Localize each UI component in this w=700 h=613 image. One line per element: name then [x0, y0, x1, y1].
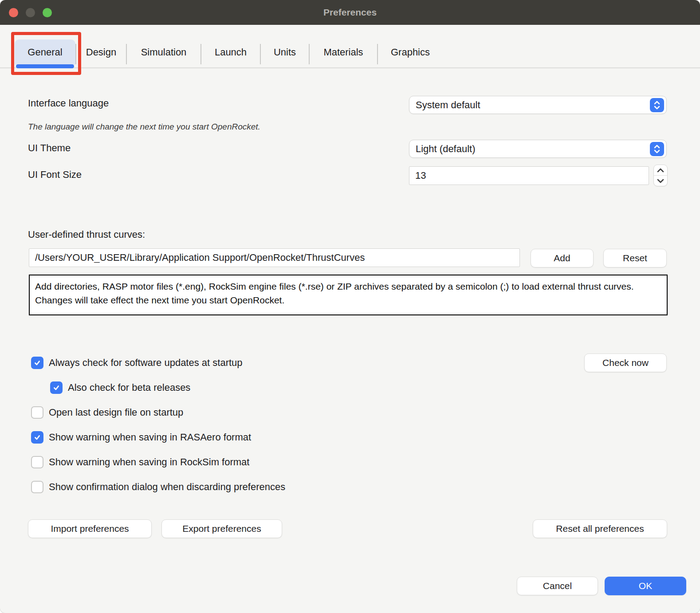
- open-last-design-checkbox[interactable]: [31, 406, 43, 419]
- ui-font-size-input[interactable]: [409, 166, 649, 185]
- reset-all-preferences-button[interactable]: Reset all preferences: [533, 519, 667, 538]
- ui-theme-label: UI Theme: [28, 142, 71, 154]
- discard-confirmation-checkbox[interactable]: [31, 481, 43, 493]
- ok-button[interactable]: OK: [605, 577, 686, 595]
- ui-font-size-label: UI Font Size: [28, 169, 82, 181]
- tab-graphics-label: Graphics: [391, 47, 430, 58]
- export-preferences-button[interactable]: Export preferences: [161, 519, 282, 538]
- tab-materials-label: Materials: [323, 47, 363, 58]
- ui-font-size-stepper[interactable]: [653, 165, 668, 186]
- thrust-curves-label: User-defined thrust curves:: [28, 229, 145, 240]
- stepper-down-icon[interactable]: [654, 176, 667, 186]
- beta-releases-checkbox[interactable]: [50, 381, 63, 394]
- tab-general[interactable]: General: [15, 39, 75, 65]
- rocksim-warning-checkbox[interactable]: [31, 456, 43, 468]
- discard-confirmation-label: Show confirmation dialog when discarding…: [49, 481, 285, 493]
- titlebar: Preferences: [0, 0, 700, 25]
- add-thrust-curve-button[interactable]: Add: [531, 249, 594, 267]
- rasaero-warning-checkbox[interactable]: [31, 431, 43, 444]
- window-title: Preferences: [0, 0, 700, 25]
- tab-simulation[interactable]: Simulation: [127, 39, 201, 65]
- dropdown-chevrons-icon: [650, 98, 664, 112]
- thrust-curves-path-input[interactable]: [29, 248, 520, 267]
- tab-units[interactable]: Units: [261, 39, 309, 65]
- discard-confirmation-row[interactable]: Show confirmation dialog when discarding…: [31, 481, 285, 493]
- cancel-button[interactable]: Cancel: [517, 577, 598, 595]
- beta-releases-row[interactable]: Also check for beta releases: [50, 381, 190, 394]
- ui-theme-select[interactable]: Light (default): [409, 140, 667, 158]
- language-change-note: The language will change the next time y…: [28, 122, 260, 132]
- dropdown-chevrons-icon: [650, 142, 664, 156]
- tab-graphics[interactable]: Graphics: [378, 39, 443, 65]
- tab-materials[interactable]: Materials: [310, 39, 377, 65]
- interface-language-value: System default: [416, 99, 480, 111]
- interface-language-label: Interface language: [28, 98, 109, 109]
- tab-simulation-label: Simulation: [141, 47, 187, 58]
- rasaero-warning-row[interactable]: Show warning when saving in RASAero form…: [31, 431, 251, 444]
- rasaero-warning-label: Show warning when saving in RASAero form…: [49, 432, 251, 443]
- tab-bar: General Design Simulation Launch Units M…: [15, 39, 443, 69]
- check-updates-checkbox[interactable]: [31, 357, 43, 369]
- tab-design-label: Design: [86, 47, 116, 58]
- check-now-button[interactable]: Check now: [584, 354, 667, 372]
- preferences-window: Preferences General Design Simulation La…: [0, 0, 700, 613]
- reset-thrust-curve-button[interactable]: Reset: [603, 249, 667, 267]
- ui-theme-value: Light (default): [416, 143, 476, 155]
- tab-general-label: General: [28, 47, 62, 58]
- rocksim-warning-label: Show warning when saving in RockSim form…: [49, 456, 249, 468]
- check-updates-row[interactable]: Always check for software updates at sta…: [31, 357, 243, 369]
- open-last-design-label: Open last design file on startup: [49, 407, 183, 418]
- tab-units-label: Units: [274, 47, 296, 58]
- thrust-curves-info-box: Add directories, RASP motor files (*.eng…: [29, 275, 668, 315]
- tab-launch[interactable]: Launch: [201, 39, 260, 65]
- rocksim-warning-row[interactable]: Show warning when saving in RockSim form…: [31, 456, 249, 468]
- tab-launch-label: Launch: [215, 47, 247, 58]
- open-last-design-row[interactable]: Open last design file on startup: [31, 406, 183, 419]
- stepper-up-icon[interactable]: [654, 165, 667, 176]
- check-updates-label: Always check for software updates at sta…: [49, 357, 243, 369]
- beta-releases-label: Also check for beta releases: [68, 382, 190, 393]
- interface-language-select[interactable]: System default: [409, 96, 667, 114]
- tab-design[interactable]: Design: [76, 39, 126, 65]
- import-preferences-button[interactable]: Import preferences: [28, 519, 152, 538]
